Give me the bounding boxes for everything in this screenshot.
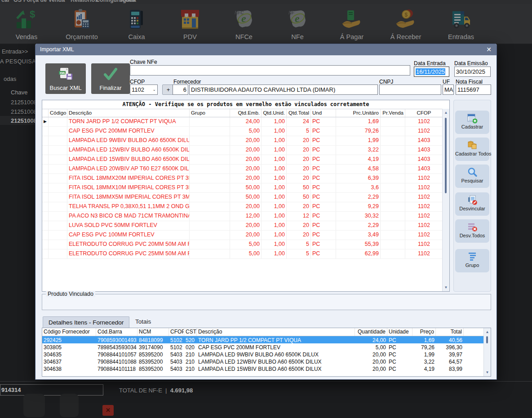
table-row[interactable]: LUVA SOLD PVC 50MM FORTLEV20,001,0020PC2…	[42, 221, 449, 231]
dialog-title: Importar XML	[40, 46, 74, 53]
table-row[interactable]: LAMPADA LED 20WBIV AP T60 E27 6500K DILU…	[42, 165, 449, 174]
table-row[interactable]: ELETRODUTO CORRUG PVC 25MM 50M AM FORTL5…	[42, 249, 449, 259]
cell: 39174090	[137, 343, 169, 351]
cell: 020	[184, 343, 197, 351]
toolbar-orcamento-button[interactable]: Orçamento	[61, 8, 102, 40]
uf-input[interactable]: MA	[443, 84, 454, 95]
scroll-up-icon[interactable]: ▲	[484, 329, 491, 335]
menu-item[interactable]: Força de Venda	[23, 0, 65, 3]
cell: 12	[287, 212, 311, 221]
cell: 84818099	[137, 336, 169, 343]
scroll-down-icon[interactable]: ▼	[484, 369, 491, 375]
cell: CFOP	[169, 328, 184, 336]
table-row[interactable]: LAMPADA LED 15WBIV BULBO A60 6500K DILUX…	[42, 155, 449, 165]
table-row[interactable]: ELETRODUTO CORRUG PVC 20MM 50M AM FORTL5…	[42, 240, 449, 249]
scroll-down-icon[interactable]: ▼	[443, 285, 449, 290]
data-emissao-input[interactable]: 30/10/2025	[454, 67, 491, 77]
table-row[interactable]: ▶TORN JARD PP 1/2 COMPACT PT VIQUA24,001…	[42, 117, 449, 127]
table-row[interactable]: LAMPADA LED 9WBIV BULBO A60 6500K DILUX2…	[42, 136, 449, 146]
detail-scrollbar[interactable]: ▲ ▼	[483, 328, 491, 376]
close-icon[interactable]: ✕	[486, 46, 492, 53]
menu-item[interactable]: Relatórios	[71, 0, 98, 3]
fornecedor-code-input[interactable]: 6	[173, 84, 188, 95]
cell	[49, 165, 67, 173]
toolbar-nfce-button[interactable]: NFC e NFCe	[223, 8, 265, 40]
cell: Und	[311, 109, 336, 117]
table-row[interactable]: PA ACO N3 BICO CB MAD 71CM TRAMONTINA12,…	[42, 212, 449, 221]
toolbar-areceber-button[interactable]: $ Á Receber	[385, 8, 426, 40]
data-entrada-input[interactable]: 16/11/2025	[414, 67, 449, 77]
cnpj-input[interactable]	[379, 84, 441, 95]
pesquisar-button[interactable]: Pesquisar	[455, 165, 489, 188]
cadastrar-todos-button[interactable]: Cadastrar Todos	[455, 138, 489, 161]
toolbar-vendas-button[interactable]: $ Vendas	[6, 8, 47, 40]
items-scrollbar[interactable]: ▲ ▼	[442, 109, 449, 291]
menu-bar: car OS Força de Venda Relatórios Configu…	[0, 0, 532, 4]
cell: 1102	[405, 212, 443, 221]
tab-totais[interactable]: Totais	[135, 318, 151, 325]
cell	[190, 221, 230, 230]
cell: 1102	[405, 127, 443, 136]
toolbar-pdv-button[interactable]: PDV	[169, 8, 211, 40]
toolbar-label: PDV	[169, 33, 211, 40]
cell: 2,29	[336, 221, 381, 230]
desv-todos-button[interactable]: Desv.Todos	[455, 219, 489, 243]
cell: 304635	[42, 351, 96, 358]
bg-chave-input[interactable]: 914314	[0, 384, 103, 396]
fornecedor-name-input[interactable]: DISTRIBUIDORA ADAUTO CARVALHO LTDA (DIMA…	[189, 84, 378, 95]
main-toolbar: $ Vendas Orçamento Cai	[0, 4, 532, 44]
table-row[interactable]: 2924257908593001493848180995102520TORN J…	[42, 336, 491, 343]
bg-total-nfe: TOTAL DE NF-E | 4.691,98	[119, 387, 193, 394]
bg-chave-column-header: Chave	[11, 89, 28, 96]
cadastrar-button[interactable]: Cadastrar	[455, 111, 489, 134]
xml-file-icon: XML	[58, 76, 73, 82]
cell: 1,69	[412, 336, 436, 343]
table-row[interactable]: 3046377908844101088853952005403210LAMPAD…	[42, 358, 491, 365]
table-row[interactable]: FITA ISOL 18MMX5M IMPERIAL CORES PT 3M50…	[42, 193, 449, 202]
table-row[interactable]: 3038057898543593034391740905102020CAP ES…	[42, 343, 491, 351]
table-row[interactable]: 3046357908844101057853952005403210LAMPAD…	[42, 351, 491, 358]
toolbar-caixa-button[interactable]: Caixa	[116, 8, 157, 40]
cell	[381, 117, 405, 126]
menu-item[interactable]: Ajuda	[120, 0, 136, 3]
table-row[interactable]: FITA ISOL 18MMX20M IMPERIAL CORES PT 3M2…	[42, 174, 449, 183]
menu-item[interactable]: OS	[13, 0, 22, 3]
receive-hand-icon: $	[394, 25, 417, 32]
finalizar-button[interactable]: Finalizar	[91, 63, 130, 94]
table-row[interactable]: LAMPADA LED 12WBIV BULBO A60 6500K DILUX…	[42, 146, 449, 155]
cell: 20,00	[230, 231, 262, 240]
nota-fiscal-input[interactable]: 1115697	[456, 84, 491, 95]
table-row[interactable]: TELHA TRANSL PP 0,38X0,51 1,1MM 2 OND GR…	[42, 202, 449, 212]
scroll-thumb[interactable]	[486, 336, 488, 343]
scroll-thumb[interactable]	[445, 118, 447, 193]
cell	[381, 183, 405, 192]
bg-close-button[interactable]: ✕	[102, 405, 114, 416]
table-row[interactable]: FITA ISOL 18MMX10M IMPERIAL CORES PT 3M5…	[42, 183, 449, 193]
chave-nfe-input[interactable]	[130, 65, 410, 76]
produto-vinculado-box: Produto Vinculado	[42, 294, 491, 310]
cell	[42, 193, 49, 202]
cell: 79,26	[336, 127, 381, 136]
buscar-xml-button[interactable]: XML Buscar XML	[45, 63, 86, 94]
toolbar-apagar-button[interactable]: Á Pagar	[331, 8, 372, 40]
bg-chave-row-selected[interactable]: 21251008	[11, 117, 37, 124]
desvincular-button[interactable]: Desvincular	[455, 192, 489, 216]
toolbar-entradas-button[interactable]: Entradas	[440, 8, 482, 40]
tab-detalhes-itens-fornecedor[interactable]: Detalhes Itens - Fornecedor	[43, 316, 129, 328]
menu-item[interactable]: car	[1, 0, 10, 3]
cfop-select[interactable]: 1102⌄	[130, 84, 158, 95]
table-row[interactable]: 3046387908844101118853952005403210LAMPAD…	[42, 365, 491, 372]
cell: Total	[436, 328, 464, 336]
dialog-titlebar[interactable]: Importar XML ✕	[35, 44, 497, 55]
table-row[interactable]: CAP ESG PVC 200MM FORTLEV5,001,005PC79,2…	[42, 127, 449, 136]
scroll-up-icon[interactable]: ▲	[443, 110, 449, 116]
cell	[190, 183, 230, 192]
table-row[interactable]: CAP ESG PVC 100MM FORTLEV20,001,0020PC3,…	[42, 231, 449, 240]
grupo-button[interactable]: Grupo	[455, 249, 489, 272]
cell: FITA ISOL 18MMX5M IMPERIAL CORES PT 3M	[67, 193, 190, 202]
cell: PC	[311, 202, 336, 211]
toolbar-nfe-button[interactable]: NF e NFe	[277, 8, 318, 40]
cell: Prc.Unitáro	[336, 109, 381, 117]
cell: 1102	[405, 174, 443, 183]
cell: 3,6	[336, 183, 381, 192]
